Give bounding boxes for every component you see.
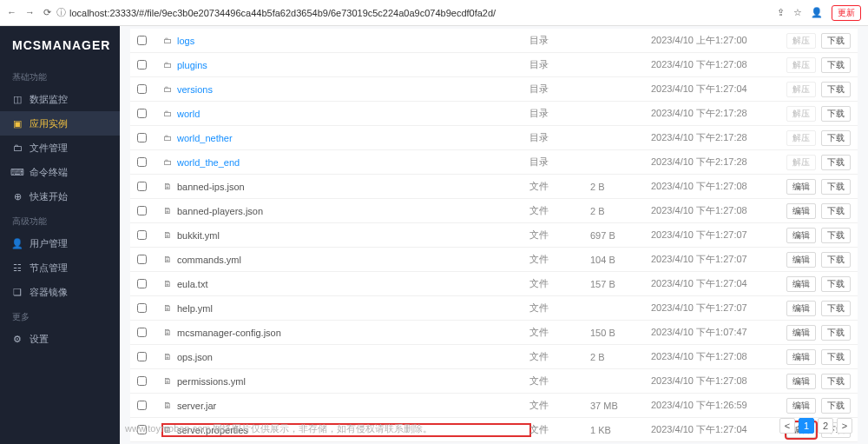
download-button[interactable]: 下载 bbox=[821, 228, 851, 243]
row-actions: 编辑下载 bbox=[773, 374, 851, 389]
row-checkbox-cell bbox=[137, 182, 163, 191]
file-name-cell: 🗎eula.txt bbox=[163, 279, 529, 289]
row-checkbox[interactable] bbox=[137, 328, 147, 337]
file-list: 🗀logs目录2023/4/10 上午1:27:00解压下载🗀plugins目录… bbox=[120, 26, 868, 444]
folder-link[interactable]: world_nether bbox=[177, 133, 233, 143]
file-date: 2023/4/10 下午1:27:08 bbox=[651, 58, 773, 71]
pagination: < 1 2 > bbox=[779, 418, 852, 434]
row-checkbox[interactable] bbox=[137, 157, 147, 167]
row-checkbox[interactable] bbox=[137, 206, 147, 215]
file-name-cell: 🗎banned-ips.json bbox=[163, 182, 529, 192]
update-button[interactable]: 更新 bbox=[832, 5, 861, 21]
download-button[interactable]: 下载 bbox=[821, 106, 851, 122]
folder-link[interactable]: logs bbox=[177, 36, 194, 46]
edit-button[interactable]: 编辑 bbox=[786, 374, 816, 389]
table-row: 🗀versions目录2023/4/10 下午1:27:04解压下载 bbox=[130, 77, 858, 102]
row-checkbox[interactable] bbox=[137, 303, 147, 313]
download-button[interactable]: 下载 bbox=[821, 155, 851, 170]
file-type: 文件 bbox=[529, 229, 590, 242]
row-checkbox[interactable] bbox=[137, 230, 147, 240]
download-button[interactable]: 下载 bbox=[821, 252, 851, 268]
file-type: 文件 bbox=[529, 374, 590, 388]
sidebar-item-6[interactable]: ☷节点管理 bbox=[0, 255, 120, 280]
download-button[interactable]: 下载 bbox=[821, 130, 851, 146]
sidebar-item-5[interactable]: 👤用户管理 bbox=[0, 231, 120, 255]
sidebar-item-4[interactable]: ⊕快速开始 bbox=[0, 184, 120, 209]
row-checkbox[interactable] bbox=[137, 60, 147, 70]
sidebar-icon: ◫ bbox=[12, 94, 23, 105]
download-button[interactable]: 下载 bbox=[821, 276, 851, 292]
edit-button[interactable]: 编辑 bbox=[786, 228, 816, 243]
page-prev[interactable]: < bbox=[779, 418, 795, 434]
download-button[interactable]: 下载 bbox=[821, 374, 851, 389]
download-button[interactable]: 下载 bbox=[821, 301, 851, 316]
folder-link[interactable]: plugins bbox=[177, 60, 207, 70]
edit-button[interactable]: 编辑 bbox=[786, 252, 816, 268]
download-button[interactable]: 下载 bbox=[821, 179, 851, 195]
sidebar-item-label: 应用实例 bbox=[30, 117, 108, 130]
download-button[interactable]: 下载 bbox=[821, 325, 851, 341]
row-checkbox[interactable] bbox=[137, 182, 147, 191]
download-button[interactable]: 下载 bbox=[821, 82, 851, 97]
row-checkbox[interactable] bbox=[137, 279, 147, 288]
row-checkbox[interactable] bbox=[137, 376, 147, 386]
download-button[interactable]: 下载 bbox=[821, 203, 851, 219]
sidebar-item-2[interactable]: 🗀文件管理 bbox=[0, 136, 120, 160]
file-icon: 🗎 bbox=[163, 182, 172, 191]
file-name-cell: 🗀plugins bbox=[163, 60, 529, 70]
sidebar-group-more: 更多 bbox=[0, 304, 120, 327]
edit-button[interactable]: 编辑 bbox=[786, 276, 816, 292]
profile-icon[interactable]: 👤 bbox=[811, 7, 823, 18]
folder-link[interactable]: world bbox=[177, 109, 200, 119]
share-icon[interactable]: ⇪ bbox=[777, 7, 785, 18]
page-next[interactable]: > bbox=[837, 418, 852, 434]
folder-link[interactable]: versions bbox=[177, 84, 213, 95]
row-checkbox[interactable] bbox=[137, 255, 147, 264]
edit-button[interactable]: 编辑 bbox=[786, 325, 816, 341]
row-checkbox[interactable] bbox=[137, 352, 147, 361]
edit-button[interactable]: 编辑 bbox=[786, 203, 816, 219]
sidebar-item-3[interactable]: ⌨命令终端 bbox=[0, 160, 120, 184]
file-name: banned-ips.json bbox=[177, 182, 245, 192]
star-icon[interactable]: ☆ bbox=[793, 7, 802, 18]
download-button[interactable]: 下载 bbox=[821, 349, 851, 365]
file-type: 目录 bbox=[529, 131, 590, 144]
table-row: 🗎banned-players.json文件2 B2023/4/10 下午1:2… bbox=[130, 199, 858, 223]
folder-link[interactable]: world_the_end bbox=[177, 157, 240, 168]
row-checkbox[interactable] bbox=[137, 36, 147, 45]
file-icon: 🗎 bbox=[163, 401, 172, 410]
sidebar-item-8[interactable]: ⚙设置 bbox=[0, 327, 120, 351]
row-checkbox[interactable] bbox=[137, 84, 147, 94]
edit-button[interactable]: 编辑 bbox=[786, 349, 816, 365]
url-bar[interactable]: ⓘ localhost:23333/#/file/9ec3b0e20734496… bbox=[56, 6, 772, 19]
folder-icon: 🗀 bbox=[163, 36, 172, 45]
file-name-cell: 🗀versions bbox=[163, 84, 529, 95]
edit-button[interactable]: 编辑 bbox=[786, 398, 816, 414]
download-button[interactable]: 下载 bbox=[821, 398, 851, 414]
file-name-cell: 🗀logs bbox=[163, 36, 529, 46]
edit-button[interactable]: 编辑 bbox=[786, 179, 816, 195]
nav-back-icon[interactable]: ← bbox=[7, 7, 16, 18]
row-actions: 编辑下载 bbox=[773, 252, 851, 268]
file-name: banned-players.json bbox=[177, 206, 263, 216]
file-icon: 🗎 bbox=[163, 279, 172, 288]
row-checkbox[interactable] bbox=[137, 133, 147, 142]
row-actions: 编辑下载 bbox=[773, 276, 851, 292]
row-checkbox-cell bbox=[137, 230, 163, 240]
file-size: 1 KB bbox=[590, 425, 651, 435]
row-checkbox[interactable] bbox=[137, 109, 147, 118]
file-type: 文件 bbox=[529, 423, 590, 436]
sidebar-item-7[interactable]: ❏容器镜像 bbox=[0, 280, 120, 304]
sidebar-item-1[interactable]: ▣应用实例 bbox=[0, 111, 120, 136]
file-name-cell: 🗎permissions.yml bbox=[163, 376, 529, 387]
download-button[interactable]: 下载 bbox=[821, 33, 851, 49]
page-1[interactable]: 1 bbox=[799, 418, 814, 434]
nav-reload-icon[interactable]: ⟳ bbox=[43, 7, 51, 18]
row-checkbox[interactable] bbox=[137, 401, 147, 410]
page-2[interactable]: 2 bbox=[818, 418, 833, 434]
download-button[interactable]: 下载 bbox=[821, 57, 851, 73]
edit-button[interactable]: 编辑 bbox=[786, 301, 816, 316]
file-name-cell: 🗀world_the_end bbox=[163, 157, 529, 168]
nav-forward-icon[interactable]: → bbox=[25, 7, 35, 18]
sidebar-item-0[interactable]: ◫数据监控 bbox=[0, 87, 120, 111]
